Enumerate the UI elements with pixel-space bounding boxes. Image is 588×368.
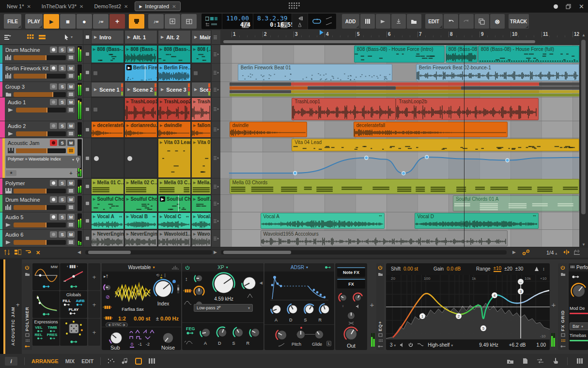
dropdown-icon[interactable]: ▾ <box>72 157 74 163</box>
launcher-clip[interactable]: ▶Soulful Cho… <box>124 195 157 212</box>
track-options-button[interactable] <box>67 130 75 137</box>
osc-title[interactable]: Wavetable <box>128 265 151 270</box>
adsr-graph[interactable] <box>269 274 329 301</box>
volume-fader[interactable] <box>14 189 66 193</box>
launcher-clip[interactable] <box>124 138 157 178</box>
filter-title[interactable]: XP <box>217 265 224 270</box>
launcher-clip[interactable]: ▶TrashLoop2b <box>158 97 191 121</box>
add-audio-button[interactable] <box>376 14 390 29</box>
clip-play-icon[interactable]: ▶ <box>126 181 129 185</box>
launcher-clip[interactable]: ▶808 (Bass-… <box>158 45 191 63</box>
time-signature[interactable]: 4/4 <box>242 22 249 28</box>
mute-button[interactable]: M <box>67 231 75 238</box>
record-arm-button[interactable] <box>50 231 57 238</box>
eq-band-count[interactable]: 3 ▾ <box>390 342 396 348</box>
device-name-label[interactable]: FX GRID <box>560 278 565 331</box>
launcher-clip[interactable]: ▶Mella… <box>191 178 211 194</box>
launcher-clip[interactable]: ▶TrashLoop1 <box>124 97 157 121</box>
tempo-display[interactable]: 110.00 4/4 <box>222 14 253 29</box>
adaptive-grid-icon[interactable] <box>573 249 580 255</box>
vibrato-knob[interactable] <box>338 292 349 303</box>
record-button[interactable]: ● <box>77 14 92 29</box>
browser-button[interactable] <box>407 14 421 29</box>
add-instrument-button[interactable] <box>360 14 375 29</box>
amp-d-knob[interactable] <box>287 303 299 316</box>
track-name[interactable]: Drum Machine <box>5 197 48 203</box>
note-editor-icon[interactable] <box>122 358 128 364</box>
scene-queue-header[interactable] <box>212 30 220 44</box>
launcher-clip[interactable]: ▶Vocal B▾▾ <box>124 212 157 229</box>
volume-fader[interactable] <box>16 108 66 112</box>
launcher-clip[interactable] <box>191 64 211 81</box>
track-options-button[interactable] <box>67 54 75 61</box>
clip-play-icon[interactable]: ▶ <box>193 232 196 236</box>
launcher-clip[interactable]: ▶Soulful Cho… <box>91 195 124 212</box>
track-name[interactable]: Drum Machine <box>5 47 48 53</box>
pointer-tool-icon[interactable]: ▾ <box>64 34 73 40</box>
mute-button[interactable]: M <box>67 180 75 186</box>
io-panel-icon[interactable] <box>537 358 544 364</box>
resonance-knob[interactable] <box>241 275 258 291</box>
clip-play-icon[interactable]: ▶ <box>160 232 162 236</box>
clip-stop-cell[interactable] <box>83 212 91 229</box>
grid-view-icon[interactable] <box>27 34 34 40</box>
clip-queue-cell[interactable] <box>212 121 220 138</box>
clip-play-icon[interactable]: ▶ <box>126 100 129 104</box>
rel-label[interactable]: REL <box>35 333 43 337</box>
clip-play-icon[interactable]: ▶ <box>193 215 196 219</box>
feg-route-icon[interactable] <box>186 331 194 335</box>
automation-param-select[interactable]: Polymer » Wavetable Index▾ <box>6 156 81 168</box>
punch-controls[interactable] <box>292 14 308 29</box>
mute-button[interactable]: M <box>67 214 75 220</box>
add-device-slot-button[interactable]: + <box>550 301 557 309</box>
mod-route-icon[interactable] <box>42 285 50 288</box>
track-options-button[interactable] <box>67 222 75 228</box>
vertical-scroll-thumb[interactable] <box>581 40 586 214</box>
timb-label[interactable]: TIMB <box>47 325 57 330</box>
clip-stop-cell[interactable] <box>83 230 91 247</box>
arranger-clip[interactable]: 808 (Bass-08) <box>446 46 478 63</box>
automation-toggle-icon[interactable] <box>522 249 530 256</box>
scroll-up-icon[interactable]: ▲ <box>582 33 586 37</box>
track-header-2[interactable]: Berlin Firework KitSM <box>0 64 83 81</box>
volume-fader[interactable] <box>14 240 66 245</box>
record-arm-button[interactable] <box>50 65 57 71</box>
mute-button[interactable]: M <box>67 99 75 105</box>
feg-a-knob[interactable] <box>200 326 212 339</box>
wavetable-display[interactable] <box>114 275 151 306</box>
eq-range-10[interactable]: ±10 <box>494 266 502 272</box>
eq-display[interactable]: ↔ 1 2 3 4 5 20 100 1k 10k +10 -10 <box>386 275 550 339</box>
solo-button[interactable]: S <box>59 196 66 203</box>
launcher-clip[interactable]: ▶dwindle <box>158 121 191 138</box>
clip-play-icon[interactable]: ▶ <box>126 197 129 201</box>
device-power-icon[interactable] <box>25 265 30 270</box>
clip-stop-cell[interactable] <box>83 195 91 212</box>
clip-play-icon[interactable]: ▶ <box>126 215 129 219</box>
timebase-select[interactable]: Bar▾ <box>570 322 588 330</box>
modulator-keytrack[interactable]: ‹ ▮▮▮ › <box>60 263 87 290</box>
clip-stop-cell[interactable] <box>83 97 91 121</box>
filter-spread-icon[interactable]: ↕ <box>185 276 188 282</box>
eq-range-30[interactable]: ±30 <box>515 266 524 272</box>
index-knob[interactable] <box>153 279 173 299</box>
stop-all-cell[interactable] <box>83 30 91 44</box>
launcher-scroll-right-icon[interactable]: ▶ <box>214 250 217 255</box>
note-write-button[interactable]: ♪w <box>148 14 164 29</box>
play-button[interactable]: ▶ <box>44 14 59 29</box>
launcher-clip[interactable]: ▶Vita 0… <box>191 138 211 178</box>
delete-button[interactable]: ⊗ <box>490 14 505 29</box>
random-phase-icon[interactable]: ⊘ <box>106 294 109 300</box>
arranger-play-icon[interactable]: ▶ <box>512 250 516 255</box>
mute-button[interactable]: M <box>67 123 75 129</box>
dual-panel-icon[interactable] <box>108 358 115 364</box>
clip-play-icon[interactable]: ▶ <box>160 66 162 70</box>
automation-point[interactable] <box>506 159 509 162</box>
clip-stop-cell[interactable] <box>83 138 91 178</box>
mod-route-icon[interactable] <box>572 275 580 279</box>
eq-range-20[interactable]: ±20 <box>504 266 512 272</box>
arranger-clip[interactable]: Berlin Firework Beat 01 <box>238 64 392 81</box>
cutoff-knob[interactable] <box>212 272 235 295</box>
view-arrange[interactable]: ARRANGE <box>31 358 59 364</box>
play-mod-label[interactable]: PLAY <box>69 307 79 312</box>
clip-play-icon[interactable]: ▶ <box>160 141 162 144</box>
